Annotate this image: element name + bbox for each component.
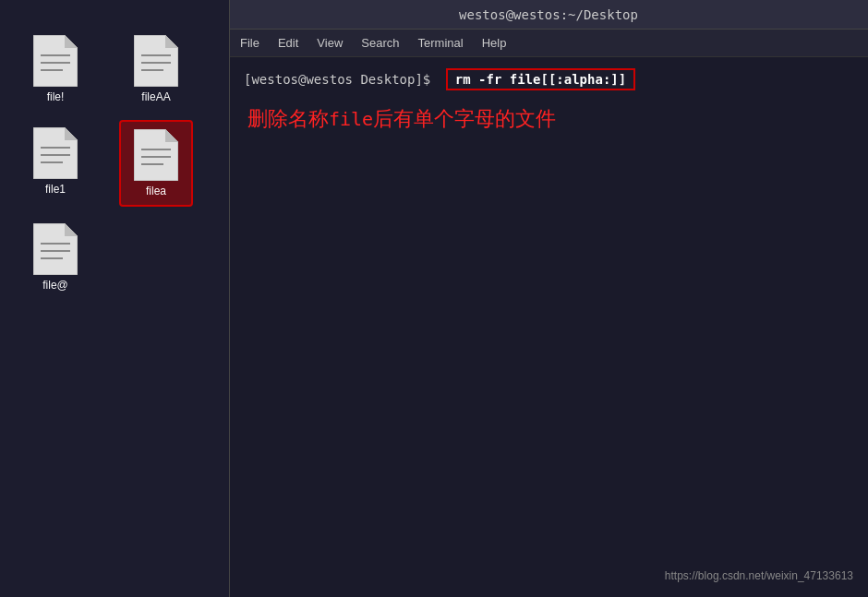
terminal-prompt-line: [westos@westos Desktop]$ rm -fr file[[:a… xyxy=(244,68,853,90)
desktop-terminal-separator xyxy=(229,0,230,597)
menu-help[interactable]: Help xyxy=(482,36,507,50)
terminal-menubar: File Edit View Search Terminal Help xyxy=(229,30,868,57)
file-icon-file![interactable]: file! xyxy=(18,28,92,111)
terminal-body: [westos@westos Desktop]$ rm -fr file[[:a… xyxy=(229,57,868,597)
menu-terminal[interactable]: Terminal xyxy=(418,36,464,50)
menu-file[interactable]: File xyxy=(240,36,259,50)
file-label: fileAA xyxy=(141,90,170,103)
menu-search[interactable]: Search xyxy=(361,36,399,50)
file-icon-file1[interactable]: file1 xyxy=(18,120,92,207)
terminal-titlebar: westos@westos:~/Desktop xyxy=(229,0,868,30)
file-document-icon xyxy=(33,223,78,275)
file-document-icon xyxy=(134,35,178,87)
command-box: rm -fr file[[:alpha:]] xyxy=(446,68,635,90)
file-document-icon xyxy=(33,127,78,179)
watermark: https://blog.csdn.net/weixin_47133613 xyxy=(665,569,853,582)
annotation: 删除名称file后有单个字母的文件 xyxy=(247,105,853,133)
file-label: filea xyxy=(146,185,166,197)
file-document-icon xyxy=(33,35,78,87)
desktop-icons: file! fileAA file1 xyxy=(9,18,220,308)
terminal-command: rm -fr file[[:alpha:]] xyxy=(455,72,626,87)
desktop: file! fileAA file1 xyxy=(0,0,229,597)
terminal-prompt: [westos@westos Desktop]$ xyxy=(244,72,430,87)
file-icon-filea[interactable]: filea xyxy=(119,120,193,207)
file-label: file@ xyxy=(42,279,68,292)
file-icon-file@[interactable]: file@ xyxy=(18,216,92,299)
terminal-title: westos@westos:~/Desktop xyxy=(459,7,638,22)
file-label: file1 xyxy=(45,183,66,196)
menu-edit[interactable]: Edit xyxy=(278,36,298,50)
file-document-icon xyxy=(134,129,178,181)
terminal-window: westos@westos:~/Desktop File Edit View S… xyxy=(229,0,868,597)
file-icon-fileAA[interactable]: fileAA xyxy=(119,28,193,111)
svg-marker-16 xyxy=(165,129,178,142)
file-label: file! xyxy=(47,90,65,103)
menu-view[interactable]: View xyxy=(317,36,343,50)
svg-marker-1 xyxy=(65,35,78,48)
annotation-code: file xyxy=(329,108,373,130)
